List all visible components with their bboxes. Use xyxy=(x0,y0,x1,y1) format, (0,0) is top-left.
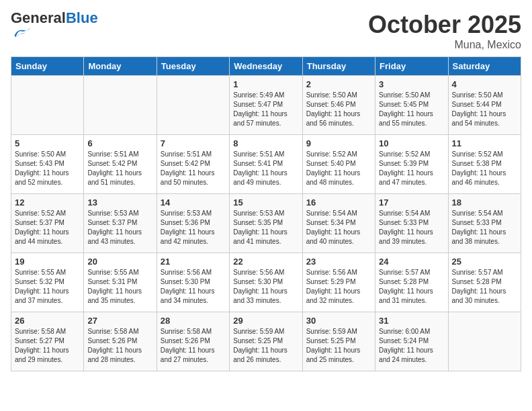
calendar-cell: 9Sunrise: 5:52 AM Sunset: 5:40 PM Daylig… xyxy=(302,135,375,194)
week-row-1: 1Sunrise: 5:49 AM Sunset: 5:47 PM Daylig… xyxy=(11,76,521,135)
week-row-5: 26Sunrise: 5:58 AM Sunset: 5:27 PM Dayli… xyxy=(11,312,521,371)
calendar-cell: 2Sunrise: 5:50 AM Sunset: 5:46 PM Daylig… xyxy=(302,76,375,135)
day-info: Sunrise: 5:53 AM Sunset: 5:36 PM Dayligh… xyxy=(161,209,226,246)
calendar-cell: 28Sunrise: 5:58 AM Sunset: 5:26 PM Dayli… xyxy=(157,312,229,371)
day-info: Sunrise: 5:49 AM Sunset: 5:47 PM Dayligh… xyxy=(233,91,298,128)
day-header-tuesday: Tuesday xyxy=(157,57,229,76)
day-info: Sunrise: 5:52 AM Sunset: 5:40 PM Dayligh… xyxy=(306,150,371,187)
day-number: 31 xyxy=(379,316,444,326)
day-number: 9 xyxy=(306,138,371,148)
calendar-cell: 29Sunrise: 5:59 AM Sunset: 5:25 PM Dayli… xyxy=(230,312,302,371)
calendar-cell xyxy=(157,76,229,135)
day-info: Sunrise: 5:54 AM Sunset: 5:34 PM Dayligh… xyxy=(306,209,371,246)
day-number: 7 xyxy=(161,138,226,148)
calendar-cell: 1Sunrise: 5:49 AM Sunset: 5:47 PM Daylig… xyxy=(230,76,302,135)
calendar-cell xyxy=(84,76,157,135)
calendar-body: 1Sunrise: 5:49 AM Sunset: 5:47 PM Daylig… xyxy=(11,76,521,371)
day-info: Sunrise: 5:51 AM Sunset: 5:41 PM Dayligh… xyxy=(233,150,298,187)
title-block: October 2025 Muna, Mexico xyxy=(368,11,521,51)
logo-bird-icon xyxy=(12,26,31,42)
calendar-cell: 26Sunrise: 5:58 AM Sunset: 5:27 PM Dayli… xyxy=(11,312,84,371)
calendar-cell: 8Sunrise: 5:51 AM Sunset: 5:41 PM Daylig… xyxy=(230,135,302,194)
page-header: GeneralBlue October 2025 Muna, Mexico xyxy=(11,11,521,51)
day-number: 4 xyxy=(452,79,517,89)
day-info: Sunrise: 5:52 AM Sunset: 5:38 PM Dayligh… xyxy=(452,150,517,187)
day-info: Sunrise: 5:54 AM Sunset: 5:33 PM Dayligh… xyxy=(379,209,444,246)
logo: GeneralBlue xyxy=(11,11,98,44)
calendar-cell: 13Sunrise: 5:53 AM Sunset: 5:37 PM Dayli… xyxy=(84,194,157,253)
day-info: Sunrise: 5:50 AM Sunset: 5:43 PM Dayligh… xyxy=(15,150,80,187)
week-row-4: 19Sunrise: 5:55 AM Sunset: 5:32 PM Dayli… xyxy=(11,253,521,312)
day-info: Sunrise: 5:52 AM Sunset: 5:37 PM Dayligh… xyxy=(15,209,80,246)
calendar-cell: 18Sunrise: 5:54 AM Sunset: 5:33 PM Dayli… xyxy=(448,194,521,253)
day-number: 2 xyxy=(306,79,371,89)
calendar-cell: 4Sunrise: 5:50 AM Sunset: 5:44 PM Daylig… xyxy=(448,76,521,135)
day-number: 10 xyxy=(379,138,444,148)
calendar-cell: 19Sunrise: 5:55 AM Sunset: 5:32 PM Dayli… xyxy=(11,253,84,312)
day-header-monday: Monday xyxy=(84,57,157,76)
logo-general: General xyxy=(11,9,66,26)
day-info: Sunrise: 5:50 AM Sunset: 5:45 PM Dayligh… xyxy=(379,91,444,128)
calendar-cell: 31Sunrise: 6:00 AM Sunset: 5:24 PM Dayli… xyxy=(375,312,448,371)
days-header-row: SundayMondayTuesdayWednesdayThursdayFrid… xyxy=(11,57,521,76)
day-number: 27 xyxy=(87,316,152,326)
calendar-cell: 3Sunrise: 5:50 AM Sunset: 5:45 PM Daylig… xyxy=(375,76,448,135)
calendar-cell: 7Sunrise: 5:51 AM Sunset: 5:42 PM Daylig… xyxy=(157,135,229,194)
day-header-sunday: Sunday xyxy=(11,57,84,76)
calendar-cell: 21Sunrise: 5:56 AM Sunset: 5:30 PM Dayli… xyxy=(157,253,229,312)
calendar-cell: 11Sunrise: 5:52 AM Sunset: 5:38 PM Dayli… xyxy=(448,135,521,194)
day-info: Sunrise: 5:59 AM Sunset: 5:25 PM Dayligh… xyxy=(306,327,371,365)
calendar-cell: 10Sunrise: 5:52 AM Sunset: 5:39 PM Dayli… xyxy=(375,135,448,194)
day-number: 15 xyxy=(233,197,298,208)
day-number: 17 xyxy=(379,197,444,208)
day-number: 29 xyxy=(233,316,298,326)
day-info: Sunrise: 5:54 AM Sunset: 5:33 PM Dayligh… xyxy=(452,209,517,246)
day-info: Sunrise: 5:51 AM Sunset: 5:42 PM Dayligh… xyxy=(87,150,152,187)
day-number: 11 xyxy=(452,138,517,148)
day-number: 14 xyxy=(161,197,226,208)
day-number: 1 xyxy=(233,79,298,89)
calendar-cell: 25Sunrise: 5:57 AM Sunset: 5:28 PM Dayli… xyxy=(448,253,521,312)
day-header-thursday: Thursday xyxy=(302,57,375,76)
calendar-table: SundayMondayTuesdayWednesdayThursdayFrid… xyxy=(11,56,521,371)
day-number: 22 xyxy=(233,257,298,267)
day-info: Sunrise: 5:53 AM Sunset: 5:35 PM Dayligh… xyxy=(233,209,298,246)
calendar-cell: 20Sunrise: 5:55 AM Sunset: 5:31 PM Dayli… xyxy=(84,253,157,312)
calendar-cell: 6Sunrise: 5:51 AM Sunset: 5:42 PM Daylig… xyxy=(84,135,157,194)
day-info: Sunrise: 5:53 AM Sunset: 5:37 PM Dayligh… xyxy=(87,209,152,246)
calendar-cell: 30Sunrise: 5:59 AM Sunset: 5:25 PM Dayli… xyxy=(302,312,375,371)
day-header-saturday: Saturday xyxy=(448,57,521,76)
calendar-cell xyxy=(448,312,521,371)
week-row-2: 5Sunrise: 5:50 AM Sunset: 5:43 PM Daylig… xyxy=(11,135,521,194)
calendar-cell: 5Sunrise: 5:50 AM Sunset: 5:43 PM Daylig… xyxy=(11,135,84,194)
day-info: Sunrise: 5:56 AM Sunset: 5:29 PM Dayligh… xyxy=(306,268,371,306)
calendar-cell xyxy=(11,76,84,135)
day-number: 24 xyxy=(379,257,444,267)
day-info: Sunrise: 5:56 AM Sunset: 5:30 PM Dayligh… xyxy=(161,268,226,306)
day-info: Sunrise: 5:56 AM Sunset: 5:30 PM Dayligh… xyxy=(233,268,298,306)
calendar-cell: 24Sunrise: 5:57 AM Sunset: 5:28 PM Dayli… xyxy=(375,253,448,312)
day-info: Sunrise: 5:55 AM Sunset: 5:32 PM Dayligh… xyxy=(15,268,80,306)
week-row-3: 12Sunrise: 5:52 AM Sunset: 5:37 PM Dayli… xyxy=(11,194,521,253)
day-number: 26 xyxy=(15,316,80,326)
day-info: Sunrise: 5:57 AM Sunset: 5:28 PM Dayligh… xyxy=(379,268,444,306)
day-info: Sunrise: 6:00 AM Sunset: 5:24 PM Dayligh… xyxy=(379,327,444,365)
calendar-cell: 23Sunrise: 5:56 AM Sunset: 5:29 PM Dayli… xyxy=(302,253,375,312)
day-number: 20 xyxy=(87,257,152,267)
day-info: Sunrise: 5:52 AM Sunset: 5:39 PM Dayligh… xyxy=(379,150,444,187)
day-number: 21 xyxy=(161,257,226,267)
day-header-wednesday: Wednesday xyxy=(230,57,302,76)
day-number: 25 xyxy=(452,257,517,267)
day-number: 16 xyxy=(306,197,371,208)
day-number: 19 xyxy=(15,257,80,267)
logo-blue: Blue xyxy=(66,9,98,26)
calendar-cell: 17Sunrise: 5:54 AM Sunset: 5:33 PM Dayli… xyxy=(375,194,448,253)
day-info: Sunrise: 5:58 AM Sunset: 5:26 PM Dayligh… xyxy=(161,327,226,365)
logo-text: GeneralBlue xyxy=(11,11,98,26)
day-number: 23 xyxy=(306,257,371,267)
day-info: Sunrise: 5:51 AM Sunset: 5:42 PM Dayligh… xyxy=(161,150,226,187)
day-number: 3 xyxy=(379,79,444,89)
day-number: 30 xyxy=(306,316,371,326)
day-info: Sunrise: 5:58 AM Sunset: 5:27 PM Dayligh… xyxy=(15,327,80,365)
calendar-cell: 27Sunrise: 5:58 AM Sunset: 5:26 PM Dayli… xyxy=(84,312,157,371)
